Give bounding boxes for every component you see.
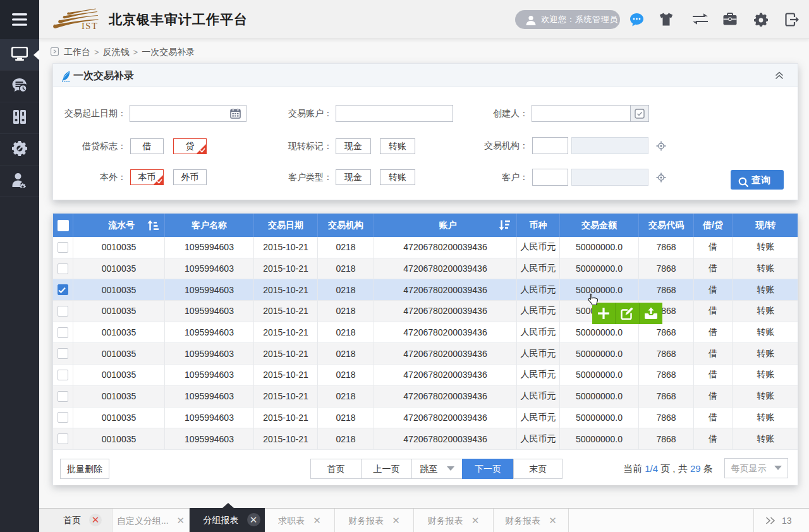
svg-text:IST: IST xyxy=(82,21,98,31)
